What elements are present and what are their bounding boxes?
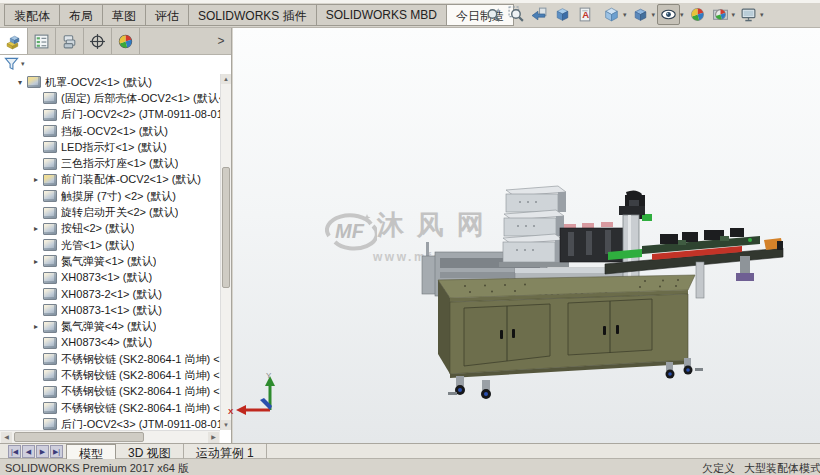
part-icon [43, 190, 57, 202]
tab-model[interactable]: 模型 [66, 444, 116, 459]
assembly-icon [43, 174, 57, 186]
part-icon [43, 386, 57, 398]
view-settings-dropdown-icon[interactable]: ▾ [760, 11, 764, 19]
scroll-thumb[interactable] [222, 167, 230, 288]
apply-scene-icon[interactable] [709, 4, 732, 25]
expand-arrow-icon[interactable]: ▸ [30, 224, 42, 233]
tree-item[interactable]: LED指示灯<1> (默认) [0, 139, 220, 155]
view-orientation-dropdown-icon[interactable]: ▾ [623, 11, 627, 19]
tree-item[interactable]: 旋转启动开关<2> (默认) [0, 204, 220, 220]
part-icon [43, 125, 57, 137]
part-icon [43, 207, 57, 219]
hide-show-items-icon[interactable] [657, 4, 680, 25]
tab-layout[interactable]: 布局 [59, 4, 102, 26]
tree-item[interactable]: 光管<1> (默认) [0, 237, 220, 253]
assembly-model-3d[interactable] [420, 178, 800, 418]
svg-text:MF: MF [335, 220, 365, 242]
tree-item[interactable]: XH0873<4> (默认) [0, 335, 220, 351]
x-axis-label: X [228, 407, 234, 416]
tab-solidworks-addins[interactable]: SOLIDWORKS 插件 [188, 4, 316, 26]
scroll-left-icon[interactable]: ◀ [1, 432, 12, 443]
part-icon [43, 369, 57, 381]
part-icon [43, 158, 57, 170]
tab-evaluate[interactable]: 评估 [145, 4, 188, 26]
dimxpert-manager-tab[interactable] [84, 28, 112, 54]
tab-sketch[interactable]: 草图 [102, 4, 145, 26]
tree-item[interactable]: ▸氮气弹簧<4> (默认) [0, 318, 220, 334]
scroll-thumb[interactable] [14, 432, 144, 442]
status-underdefined: 欠定义 [702, 461, 735, 475]
tab-3d-views[interactable]: 3D 视图 [116, 444, 184, 459]
tree-item[interactable]: ▸按钮<2> (默认) [0, 221, 220, 237]
expand-arrow-icon[interactable]: ▾ [14, 78, 26, 87]
status-bar: SOLIDWORKS Premium 2017 x64 版 欠定义 大型装配体模… [0, 459, 820, 475]
tree-item[interactable]: 挡板-OCV2<1> (默认) [0, 123, 220, 139]
tree-horizontal-scrollbar[interactable]: ◀ ▶ [0, 430, 220, 443]
hide-show-items-dropdown-icon[interactable]: ▾ [680, 11, 684, 19]
display-manager-tab[interactable] [112, 28, 140, 54]
tab-nav-buttons: |◀ ◀ ▶ ▶| [8, 445, 64, 458]
tree-item[interactable]: 不锈钢铰链 (SK2-8064-1 尚坤) < [0, 367, 220, 383]
tree-item[interactable]: XH0873-2<1> (默认) [0, 286, 220, 302]
panel-flyout-arrow-icon[interactable]: > [211, 28, 231, 54]
property-manager-tab[interactable] [28, 28, 56, 54]
part-icon [43, 141, 57, 153]
view-orientation-icon[interactable] [600, 4, 623, 25]
tree-item-root[interactable]: ▾机罩-OCV2<1> (默认) [0, 74, 220, 90]
next-tab-icon[interactable]: ▶ [36, 445, 49, 458]
tree-item[interactable]: 不锈钢铰链 (SK2-8064-1 尚坤) < [0, 384, 220, 400]
part-icon [43, 92, 57, 104]
tree-item[interactable]: 三色指示灯座<1> (默认) [0, 155, 220, 171]
bottom-tab-strip: |◀ ◀ ▶ ▶| 模型 3D 视图 运动算例 1 [0, 443, 820, 459]
feature-manager-tab[interactable] [0, 28, 28, 54]
section-view-icon[interactable] [551, 4, 574, 25]
tree-item[interactable]: 后门-OCV2<3> (JTM-0911-08-01 [0, 416, 220, 430]
panel-tab-strip: > [0, 28, 231, 55]
tree-item[interactable]: XH0873-1<1> (默认) [0, 302, 220, 318]
command-band: 装配体 布局 草图 评估 SOLIDWORKS 插件 SOLIDWORKS MB… [0, 0, 820, 28]
filter-dropdown-icon[interactable]: ▾ [21, 60, 25, 68]
scroll-right-icon[interactable]: ▶ [208, 432, 219, 443]
part-icon [43, 272, 57, 284]
annotation-view-icon[interactable]: A [574, 4, 597, 25]
tab-motion-study-1[interactable]: 运动算例 1 [184, 444, 267, 459]
filter-funnel-icon[interactable] [4, 57, 19, 71]
tree-item[interactable]: 不锈钢铰链 (SK2-8064-1 尚坤) < [0, 400, 220, 416]
display-style-dropdown-icon[interactable]: ▾ [652, 11, 656, 19]
part-icon [43, 353, 57, 365]
tree-item[interactable]: 触摸屏 (7寸) <2> (默认) [0, 188, 220, 204]
expand-arrow-icon[interactable]: ▸ [30, 322, 42, 331]
zoom-to-area-icon[interactable] [505, 4, 528, 25]
graphics-viewport[interactable]: MF 沐风网 www.mfcad.com [233, 28, 820, 443]
part-icon [43, 337, 57, 349]
tree-item[interactable]: ▸氮气弹簧<1> (默认) [0, 253, 220, 269]
part-icon [43, 223, 57, 235]
tree-item[interactable]: ▸前门装配体-OCV2<1> (默认) [0, 172, 220, 188]
status-large-assembly-mode: 大型装配体模式 [744, 461, 820, 475]
expand-arrow-icon[interactable]: ▸ [30, 175, 42, 184]
heads-up-view-toolbar: A ▾ ▾ ▾ [482, 4, 766, 25]
edit-appearance-icon[interactable] [686, 4, 709, 25]
display-style-icon[interactable] [629, 4, 652, 25]
tree-item[interactable]: XH0873<1> (默认) [0, 270, 220, 286]
part-icon [43, 418, 57, 430]
first-tab-icon[interactable]: |◀ [8, 445, 21, 458]
expand-arrow-icon[interactable]: ▸ [30, 257, 42, 266]
part-icon [43, 255, 57, 267]
prev-tab-icon[interactable]: ◀ [22, 445, 35, 458]
tab-solidworks-mbd[interactable]: SOLIDWORKS MBD [316, 4, 446, 26]
tree-item[interactable]: 不锈钢铰链 (SK2-8064-1 尚坤) < [0, 351, 220, 367]
configuration-manager-tab[interactable] [56, 28, 84, 54]
tree-item[interactable]: (固定) 后部壳体-OCV2<1> (默认< [0, 90, 220, 106]
previous-view-icon[interactable] [528, 4, 551, 25]
apply-scene-dropdown-icon[interactable]: ▾ [732, 11, 736, 19]
y-axis-label: Y [266, 371, 272, 380]
scroll-up-icon[interactable]: ▲ [221, 74, 231, 84]
stacked-control-boxes [499, 186, 569, 267]
tree-item[interactable]: 后门-OCV2<2> (JTM-0911-08-01 [0, 107, 220, 123]
last-tab-icon[interactable]: ▶| [50, 445, 63, 458]
tab-assembly[interactable]: 装配体 [4, 4, 59, 26]
zoom-to-fit-icon[interactable] [482, 4, 505, 25]
mf-logo-icon: MF [325, 210, 377, 252]
view-settings-icon[interactable] [737, 4, 760, 25]
